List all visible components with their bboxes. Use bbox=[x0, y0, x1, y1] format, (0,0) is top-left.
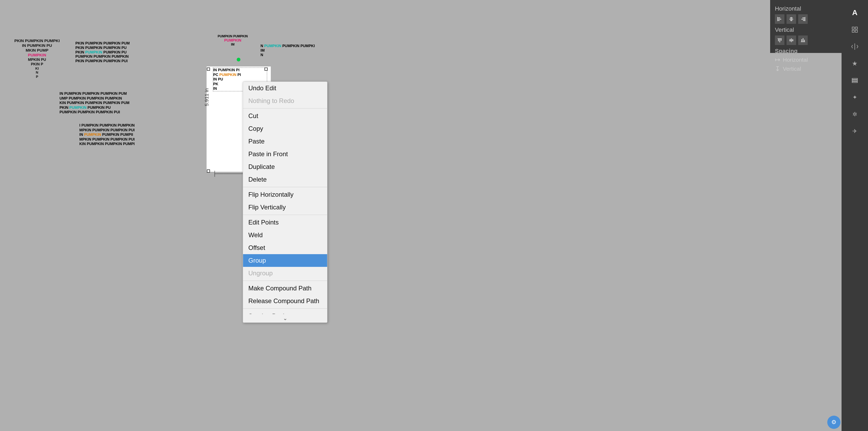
resize-handle-tl[interactable] bbox=[207, 67, 210, 71]
menu-item-edit-points[interactable]: Edit Points bbox=[243, 216, 327, 229]
menu-item-delete[interactable]: Delete bbox=[243, 173, 327, 186]
svg-rect-31 bbox=[852, 82, 858, 83]
menu-item-flip-horizontally[interactable]: Flip Horizontally bbox=[243, 188, 327, 201]
spacing-vertical-label: Vertical bbox=[783, 66, 801, 72]
svg-rect-3 bbox=[778, 20, 780, 21]
horizontal-label: Horizontal bbox=[775, 5, 837, 12]
spacing-horizontal-label: Horizontal bbox=[783, 57, 808, 63]
spacing-label: Spacing bbox=[775, 48, 837, 55]
svg-rect-30 bbox=[852, 80, 858, 81]
design-triangle-1[interactable]: PKIN PUMPKIN PUMPKI IN PUMPKIN PU MKIN P… bbox=[8, 38, 66, 79]
align-center-v-button[interactable] bbox=[786, 35, 796, 45]
projects-icon[interactable]: ✈ bbox=[847, 123, 863, 139]
menu-item-nothing-to-redo: Nothing to Redo bbox=[243, 94, 327, 107]
menu-item-cut[interactable]: Cut bbox=[243, 110, 327, 122]
design-smile-shape[interactable]: PUMPKIN PUMPKIN PUMPKIN IM bbox=[201, 34, 265, 47]
shapes-icon[interactable]: ✲ bbox=[847, 107, 863, 122]
align-top-button[interactable] bbox=[775, 35, 784, 45]
svg-rect-29 bbox=[852, 78, 858, 80]
vertical-align-buttons bbox=[775, 35, 837, 45]
resize-handle-tr[interactable] bbox=[265, 67, 268, 71]
svg-rect-22 bbox=[803, 38, 803, 42]
separator-2 bbox=[243, 187, 327, 187]
svg-rect-23 bbox=[804, 40, 805, 42]
align-left-button[interactable] bbox=[775, 14, 784, 24]
effects-icon[interactable]: ✦ bbox=[847, 89, 863, 105]
context-menu: Undo Edit Nothing to Redo Cut Copy Paste… bbox=[243, 82, 328, 323]
svg-rect-26 bbox=[852, 30, 854, 32]
mirror-tool-icon[interactable] bbox=[847, 39, 863, 55]
menu-item-release-compound-path[interactable]: Release Compound Path bbox=[243, 295, 327, 307]
svg-rect-11 bbox=[803, 20, 805, 21]
canvas-area: PKIN PUMPKIN PUMPKI IN PUMPKIN PU MKIN P… bbox=[0, 0, 842, 431]
align-center-h-button[interactable] bbox=[786, 14, 796, 24]
svg-rect-24 bbox=[852, 27, 854, 29]
svg-rect-6 bbox=[789, 19, 793, 20]
anchor-point bbox=[237, 58, 240, 61]
grid-tool-icon[interactable] bbox=[847, 22, 863, 37]
align-right-button[interactable] bbox=[798, 14, 808, 24]
svg-rect-7 bbox=[790, 20, 793, 21]
menu-item-paste-in-front[interactable]: Paste in Front bbox=[243, 148, 327, 161]
text-tool-icon[interactable]: A bbox=[847, 5, 863, 21]
spacing-horizontal-row: ↦ Horizontal bbox=[775, 56, 837, 63]
dimension-height: 5.911 in bbox=[204, 88, 210, 106]
design-wide-smile[interactable]: N PUMPKIN PUMPKIN PUMPKI IM N bbox=[260, 44, 361, 57]
menu-item-weld[interactable]: Weld bbox=[243, 229, 327, 241]
svg-rect-2 bbox=[778, 19, 781, 20]
align-panel: Horizontal Vertical Spacing ↦ Horizontal… bbox=[770, 0, 842, 53]
menu-item-offset[interactable]: Offset bbox=[243, 241, 327, 254]
menu-item-undo-edit[interactable]: Undo Edit bbox=[243, 82, 327, 94]
svg-rect-14 bbox=[779, 39, 780, 42]
horizontal-align-buttons bbox=[775, 14, 837, 24]
menu-item-make-compound-path[interactable]: Make Compound Path bbox=[243, 282, 327, 295]
design-tall-block[interactable]: I PUMPKIN PUMPKIN PUMPKIN MPKIN PUMPKIN … bbox=[79, 123, 185, 146]
svg-rect-0 bbox=[778, 18, 780, 18]
vertical-label: Vertical bbox=[775, 27, 837, 33]
star-favorites-icon[interactable]: ★ bbox=[847, 56, 863, 71]
menu-item-duplicate[interactable]: Duplicate bbox=[243, 161, 327, 173]
design-hat-shape[interactable]: PKIN PUMPKIN PUMPKIN PUM PKIN PUMPKIN PU… bbox=[75, 41, 181, 63]
svg-rect-8 bbox=[802, 18, 805, 18]
svg-rect-27 bbox=[855, 30, 858, 32]
svg-rect-25 bbox=[855, 27, 858, 29]
resize-handle-bl[interactable] bbox=[207, 169, 210, 173]
svg-rect-10 bbox=[801, 19, 805, 20]
menu-scroll-down[interactable]: ⌄ bbox=[243, 314, 327, 322]
svg-rect-19 bbox=[793, 39, 793, 41]
menu-item-flip-vertically[interactable]: Flip Vertically bbox=[243, 201, 327, 214]
svg-rect-18 bbox=[791, 38, 792, 42]
settings-badge[interactable]: ⚙ bbox=[827, 415, 840, 429]
svg-rect-15 bbox=[781, 39, 781, 41]
design-wide-block[interactable]: IN PUMPKIN PUMPKIN PUMPKIN PUM UMP PUMPK… bbox=[60, 91, 181, 115]
align-bottom-button[interactable] bbox=[798, 35, 808, 45]
layers-icon[interactable] bbox=[847, 73, 863, 88]
spacing-v-icon: ↧ bbox=[775, 65, 780, 73]
menu-item-group[interactable]: Group bbox=[243, 254, 327, 267]
separator-4 bbox=[243, 281, 327, 281]
separator-1 bbox=[243, 108, 327, 109]
canvas-background bbox=[0, 0, 842, 431]
menu-item-paste[interactable]: Paste bbox=[243, 135, 327, 148]
right-toolbar: A ★ ✦ ✲ ✈ bbox=[842, 0, 868, 431]
menu-item-copy[interactable]: Copy bbox=[243, 122, 327, 135]
svg-rect-12 bbox=[778, 39, 779, 41]
spacing-vertical-row: ↧ Vertical bbox=[775, 65, 837, 73]
menu-item-ungroup: Ungroup bbox=[243, 267, 327, 280]
spacing-h-icon: ↦ bbox=[775, 56, 780, 63]
svg-rect-20 bbox=[801, 39, 802, 42]
